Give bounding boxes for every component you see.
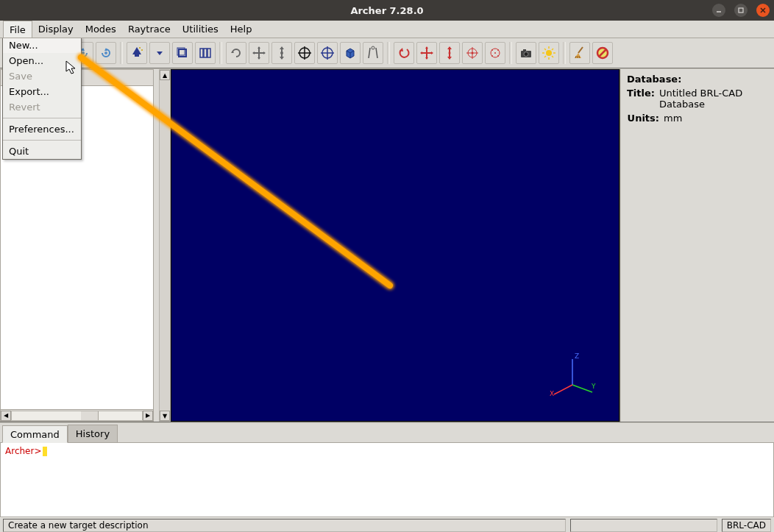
svg-point-24 (491, 55, 493, 57)
tab-command[interactable]: Command (2, 425, 68, 443)
db-units-label: Units: (627, 113, 659, 124)
menu-bar: File Display Modes Raytrace Utilities He… (0, 21, 774, 38)
toolbar-camera-button[interactable] (516, 42, 536, 64)
axis-z-label: Z (575, 352, 579, 360)
viewport-vscrollbar[interactable]: ▲ ▼ (159, 69, 171, 422)
splitter-vertical[interactable] (154, 69, 159, 422)
toolbar-separator (387, 42, 390, 64)
properties-panel: Database: Title: Untitled BRL-CAD Databa… (619, 69, 774, 422)
svg-point-8 (141, 49, 143, 51)
svg-rect-12 (204, 49, 207, 57)
file-menu-save: Save (3, 68, 81, 84)
window-minimize-button[interactable] (712, 4, 725, 17)
file-menu-dropdown: New... Open... Save Export... Revert Pre… (2, 37, 82, 160)
menu-file[interactable]: File (3, 21, 32, 38)
toolbar-wizard-dropdown[interactable] (149, 42, 170, 64)
file-menu-preferences[interactable]: Preferences... (3, 121, 81, 137)
status-right: BRL-CAD (722, 519, 771, 532)
toolbar-bbox-button[interactable] (172, 42, 193, 64)
menu-help[interactable]: Help (224, 21, 258, 38)
file-menu-new[interactable]: New... (3, 38, 81, 53)
tree-hscrollbar[interactable]: ◀ ▶ (1, 409, 153, 421)
toolbar-cycle-button[interactable] (226, 42, 246, 64)
tab-history[interactable]: History (68, 425, 118, 442)
svg-point-18 (449, 52, 451, 54)
console-output[interactable]: Archer> (0, 442, 774, 517)
axis-gizmo-icon: Z Y X (547, 352, 598, 403)
toolbar-prohibit-button[interactable] (592, 42, 613, 64)
toolbar-cube-button[interactable] (340, 42, 361, 64)
toolbar-move-target-button[interactable] (462, 42, 483, 64)
menu-raytrace[interactable]: Raytrace (122, 21, 177, 38)
db-title-label: Title: (627, 88, 655, 110)
svg-rect-6 (135, 54, 139, 57)
toolbar-move-button[interactable] (416, 42, 437, 64)
svg-point-14 (280, 52, 283, 54)
viewport-3d[interactable]: Z Y X (171, 69, 619, 422)
svg-point-22 (491, 49, 493, 51)
database-heading: Database: (627, 74, 768, 85)
svg-point-23 (497, 49, 499, 51)
console-pane: Command History Archer> (0, 422, 774, 517)
db-units-value: mm (664, 113, 682, 124)
svg-point-25 (497, 55, 499, 57)
file-menu-open[interactable]: Open... (3, 53, 81, 68)
window-maximize-button[interactable] (734, 4, 748, 17)
scroll-thumb[interactable] (81, 411, 99, 420)
scroll-down-icon[interactable]: ▼ (160, 411, 170, 421)
svg-rect-13 (207, 49, 210, 57)
svg-point-30 (546, 50, 552, 56)
svg-line-39 (578, 47, 583, 53)
svg-point-20 (472, 52, 474, 54)
scroll-up-icon[interactable]: ▲ (160, 70, 170, 80)
toolbar-crosshair-button[interactable] (294, 42, 315, 64)
scroll-left-icon[interactable]: ◀ (1, 411, 11, 421)
toolbar-rotate-cw-obj-button[interactable] (96, 42, 116, 64)
menu-separator (3, 140, 81, 141)
toolbar-sun-button[interactable] (539, 42, 559, 64)
toolbar-separator (563, 42, 566, 64)
menu-separator (3, 118, 81, 118)
toolbar-pan-button[interactable] (249, 42, 269, 64)
status-bar: Create a new target description BRL-CAD (0, 517, 774, 532)
toolbar-undo-button[interactable] (394, 42, 414, 64)
status-mid (570, 519, 717, 532)
toolbar-crosshair-front-button[interactable] (317, 42, 338, 64)
axis-x-label: X (550, 390, 554, 397)
console-prompt: Archer> (5, 446, 41, 456)
file-menu-revert: Revert (3, 99, 81, 115)
toolbar-wizard-button[interactable] (127, 42, 147, 64)
file-menu-quit[interactable]: Quit (3, 143, 81, 159)
svg-point-5 (104, 52, 107, 54)
toolbar-broom-button[interactable] (569, 42, 590, 64)
toolbar-scale-button[interactable] (271, 42, 292, 64)
svg-line-36 (552, 56, 553, 57)
console-cursor-icon (43, 447, 47, 456)
svg-rect-29 (523, 49, 526, 52)
svg-point-17 (372, 46, 374, 49)
menu-modes[interactable]: Modes (79, 21, 122, 38)
toolbar-ruler-button[interactable] (195, 42, 216, 64)
file-menu-export[interactable]: Export... (3, 84, 81, 99)
svg-point-4 (82, 52, 85, 54)
svg-line-38 (552, 49, 553, 50)
toolbar-target-points-button[interactable] (485, 42, 505, 64)
titlebar: Archer 7.28.0 (0, 0, 774, 21)
scroll-right-icon[interactable]: ▶ (143, 411, 153, 421)
menu-utilities[interactable]: Utilities (177, 21, 224, 38)
window-title: Archer 7.28.0 (350, 5, 423, 16)
svg-line-37 (544, 56, 546, 57)
toolbar-move-axis-button[interactable] (439, 42, 460, 64)
console-tabstrip: Command History (0, 423, 774, 442)
svg-line-46 (572, 385, 592, 392)
toolbar-separator (509, 42, 512, 64)
svg-point-28 (524, 52, 528, 57)
window-close-button[interactable] (756, 4, 770, 17)
menu-display[interactable]: Display (32, 21, 79, 38)
axis-y-label: Y (591, 383, 596, 390)
svg-line-47 (554, 385, 572, 394)
toolbar-calipers-button[interactable] (363, 42, 383, 64)
svg-rect-1 (739, 8, 743, 13)
svg-point-7 (139, 47, 141, 49)
toolbar-separator (219, 42, 222, 64)
